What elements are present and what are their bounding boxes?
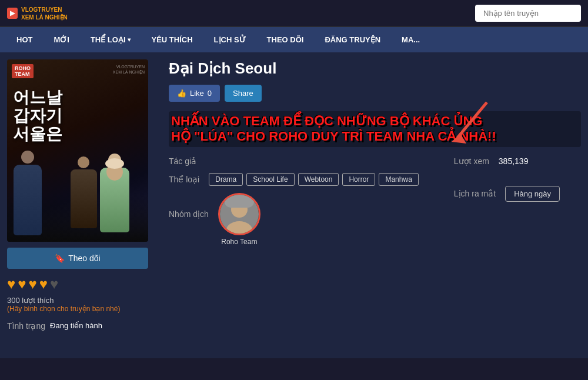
action-buttons: 👍 Like 0 Share	[169, 85, 581, 102]
nav-item-yeuthich[interactable]: YÊU THÍCH	[141, 27, 203, 52]
logo[interactable]: ▶ VLOGTRUYEN XEM LÀ NGHIỆN	[7, 6, 68, 21]
cover-watermark: VLOGTRUYEN XEM LÀ NGHIỆN	[113, 64, 145, 75]
star-1[interactable]: ♥	[7, 276, 15, 292]
logo-line1: VLOGTRUYEN	[21, 6, 68, 14]
star-4[interactable]: ♥	[39, 276, 48, 292]
like-count: 0	[208, 89, 212, 98]
release-label: Lịch ra mắt	[454, 189, 496, 198]
genre-tags: Drama School Life Webtoon Horror Manhwa	[209, 173, 419, 186]
nav: HOT MỚI THỂ LOẠI ▾ YÊU THÍCH LỊCH SỬ THE…	[0, 27, 588, 52]
like-button[interactable]: 👍 Like 0	[169, 85, 220, 102]
info-right: Lượt xem 385,139 Lịch ra mắt Hàng ngày	[454, 156, 572, 202]
tag-webtoon[interactable]: Webtoon	[298, 173, 339, 186]
cover-korean-text: 어느날갑자기서울은	[13, 89, 62, 143]
cover-image: ROHOTEAM VLOGTRUYEN XEM LÀ NGHIỆN 어느날갑자기…	[7, 59, 148, 242]
likes-vote-text: (Hãy bình chọn cho truyện bạn nhé)	[7, 305, 157, 313]
nav-item-lichsu[interactable]: LỊCH SỬ	[203, 27, 256, 52]
like-label: Like	[190, 89, 204, 98]
genre-label: Thể loại	[169, 175, 199, 184]
share-label: Share	[233, 89, 253, 98]
group-avatar-circle	[218, 193, 260, 235]
views-section: Lượt xem 385,139	[454, 156, 572, 166]
likes-text: 300 lượt thích (Hãy bình chọn cho truyện…	[7, 296, 157, 313]
tag-schoollife[interactable]: School Life	[246, 173, 294, 186]
cover-art: 어느날갑자기서울은	[7, 59, 148, 242]
star-3[interactable]: ♥	[29, 276, 37, 292]
views-count: 385,139	[499, 156, 529, 166]
release-badge: Hàng ngày	[505, 186, 560, 202]
nav-item-theodoi[interactable]: THEO DÕI	[256, 27, 315, 52]
logo-text: VLOGTRUYEN XEM LÀ NGHIỆN	[21, 6, 68, 21]
promo-banner: NHẤN VÀO TEAM ĐỂ ĐỌC NHỮNG BỘ KHÁC ỦNG H…	[169, 111, 581, 147]
views-label: Lượt xem	[454, 156, 489, 166]
avatar-svg	[220, 195, 259, 234]
stars-row: ♥ ♥ ♥ ♥ ♥	[7, 276, 157, 292]
manga-title: Đại Dịch Seoul	[169, 59, 581, 78]
tag-drama[interactable]: Drama	[209, 173, 243, 186]
logo-line2: XEM LÀ NGHIỆN	[21, 14, 68, 21]
info-left: Tác giả Thể loại Drama School Life Webto…	[169, 156, 419, 246]
promo-text-line1: NHẤN VÀO TEAM ĐỂ ĐỌC NHỮNG BỘ KHÁC ỦNG H…	[171, 114, 579, 145]
follow-label: Theo dõi	[68, 254, 100, 263]
thumb-up-icon: 👍	[177, 89, 186, 98]
nav-item-hot[interactable]: HOT	[6, 27, 43, 52]
status-row: Tình trạng Đang tiến hành	[7, 321, 157, 331]
nav-item-theloai[interactable]: THỂ LOẠI ▾	[80, 27, 141, 52]
tag-manhwa[interactable]: Manhwa	[379, 173, 418, 186]
promo-arrow	[440, 99, 499, 146]
svg-line-0	[457, 102, 487, 138]
bookmark-icon: 🔖	[55, 254, 65, 263]
svg-marker-1	[452, 134, 466, 144]
chevron-down-icon: ▾	[128, 36, 131, 43]
star-5[interactable]: ♥	[50, 276, 58, 292]
svg-rect-4	[225, 195, 254, 208]
nav-item-dangtryen[interactable]: ĐĂNG TRUYỆN	[314, 27, 391, 52]
share-button[interactable]: Share	[225, 85, 262, 102]
logo-icon: ▶	[7, 8, 18, 19]
tag-horror[interactable]: Horror	[342, 173, 375, 186]
right-panel: Đại Dịch Seoul 👍 Like 0 Share NHẤN VÀO T…	[157, 59, 581, 351]
follow-button[interactable]: 🔖 Theo dõi	[7, 248, 148, 269]
header: ▶ VLOGTRUYEN XEM LÀ NGHIỆN	[0, 0, 588, 27]
main-content: ROHOTEAM VLOGTRUYEN XEM LÀ NGHIỆN 어느날갑자기…	[0, 52, 588, 358]
nav-item-moi[interactable]: MỚI	[43, 27, 79, 52]
search-input[interactable]	[475, 5, 581, 22]
cover-badge: ROHOTEAM	[12, 64, 34, 78]
likes-count: 300 lượt thích	[7, 296, 54, 305]
status-label: Tình trạng	[7, 321, 45, 331]
nav-item-more[interactable]: MA...	[391, 27, 430, 52]
group-name: Roho Team	[221, 238, 257, 246]
star-2[interactable]: ♥	[18, 276, 26, 292]
release-section: Lịch ra mắt Hàng ngày	[454, 186, 572, 202]
status-value: Đang tiến hành	[50, 321, 102, 331]
left-panel: ROHOTEAM VLOGTRUYEN XEM LÀ NGHIỆN 어느날갑자기…	[7, 59, 157, 351]
author-label: Tác giả	[169, 156, 196, 166]
group-avatar[interactable]: Roho Team	[218, 193, 260, 246]
group-label: Nhóm dịch	[169, 193, 209, 219]
